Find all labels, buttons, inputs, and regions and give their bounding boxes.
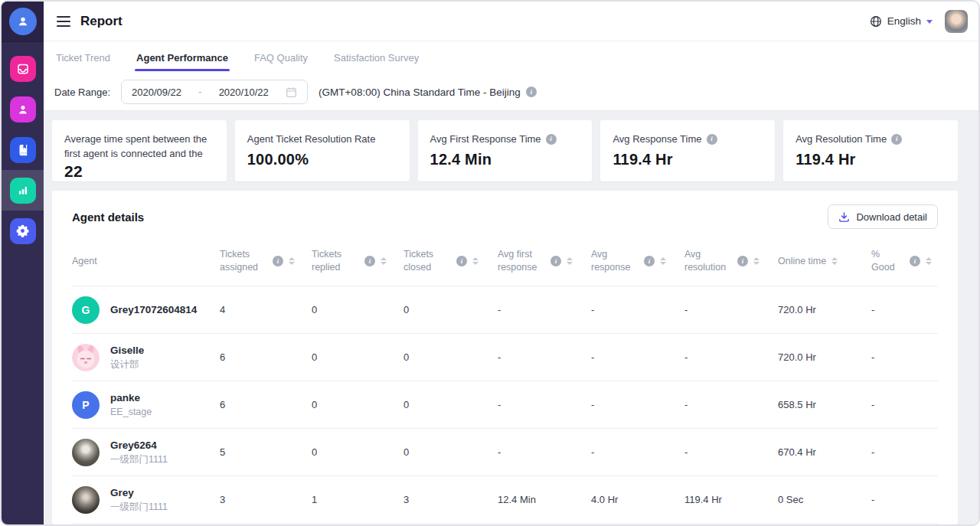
table-cell: 119.4 Hr [684, 476, 778, 524]
sort-icon[interactable] [289, 257, 295, 265]
agent-name: panke [110, 391, 152, 404]
table-cell: 4 [220, 286, 312, 334]
sidebar-item-knowledge[interactable] [2, 129, 44, 170]
table-cell: 6 [220, 334, 312, 381]
table-cell: 670.4 Hr [778, 429, 871, 476]
table-cell: 0 [312, 429, 403, 476]
sort-icon[interactable] [472, 257, 479, 265]
agent-table-body: GGrey17072604814400---720.0 Hr-Giselle设计… [72, 286, 938, 525]
chevron-down-icon [926, 20, 933, 24]
agent-department: EE_stage [110, 406, 152, 418]
sidebar-item-reports[interactable] [2, 170, 44, 211]
timezone-label: (GMT+08:00) China Standard Time - Beijin… [318, 87, 537, 98]
table-cell: - [684, 429, 778, 476]
user-avatar[interactable] [945, 10, 968, 33]
info-icon[interactable]: i [273, 256, 283, 266]
tab-satisfaction-survey[interactable]: Satisfaction Survey [332, 41, 420, 74]
sidebar [2, 2, 44, 524]
stat-card-value: 100.00% [247, 151, 397, 168]
sort-icon[interactable] [753, 257, 760, 265]
language-label: English [887, 15, 921, 27]
topbar: Report English [44, 2, 978, 41]
info-icon[interactable]: i [737, 256, 748, 266]
agent-department: 设计部 [110, 358, 144, 371]
table-cell [498, 524, 591, 525]
menu-toggle-icon[interactable] [57, 13, 70, 30]
agent-name: Grey6264 [110, 439, 168, 452]
stat-card-label: Average time spent between the first age… [64, 132, 214, 161]
sort-icon[interactable] [660, 257, 666, 265]
date-separator: - [198, 87, 201, 97]
avatar: G [72, 296, 100, 324]
subheader: Ticket TrendAgent PerformanceFAQ Quality… [44, 41, 978, 111]
stat-card-3: Avg Response Timei119.4 Hr [600, 120, 775, 181]
info-icon[interactable]: i [546, 134, 557, 145]
column-label: Tickets assigned [220, 248, 267, 274]
info-icon[interactable]: i [550, 256, 561, 266]
agent-table-head: AgentTickets assignediTickets repliediTi… [72, 237, 938, 286]
stat-card-label-text: Avg First Response Time [430, 132, 541, 146]
sort-icon[interactable] [567, 257, 573, 265]
sidebar-items [2, 41, 44, 251]
info-icon[interactable]: i [910, 256, 920, 266]
agent-name: Giselle [110, 344, 144, 357]
sort-icon[interactable] [381, 257, 387, 265]
info-icon[interactable]: i [364, 256, 375, 266]
table-cell: 5 [220, 429, 312, 476]
column-header-agent: Agent [72, 237, 220, 286]
date-range-input[interactable]: 2020/09/22 - 2020/10/22 [121, 80, 308, 104]
table-cell: - [498, 381, 591, 429]
table-cell: 0 [312, 286, 403, 334]
info-icon[interactable]: i [456, 256, 467, 266]
table-cell: - [684, 381, 778, 429]
stat-card-label: Avg Response Timei [612, 132, 763, 146]
sidebar-item-tickets[interactable] [2, 48, 44, 89]
info-icon[interactable]: i [707, 134, 717, 145]
stat-card-4: Avg Resolution Timei119.4 Hr [783, 120, 958, 181]
info-icon[interactable]: i [891, 134, 902, 145]
sidebar-profile[interactable] [2, 2, 44, 41]
timezone-info-icon[interactable]: i [526, 87, 537, 97]
report-tabs: Ticket TrendAgent PerformanceFAQ Quality… [44, 41, 978, 74]
stat-card-value: 12.4 Min [430, 151, 580, 168]
agent-name-block: pankeEE_stage [110, 391, 152, 418]
column-label: Avg resolution [684, 248, 732, 274]
app-window: Report English Ticket TrendAgent Perform… [0, 0, 980, 526]
main-area: Report English Ticket TrendAgent Perform… [44, 2, 978, 524]
table-cell [591, 524, 684, 525]
date-range-label: Date Range: [54, 87, 110, 98]
download-detail-button[interactable]: Download detail [828, 204, 938, 229]
sort-icon[interactable] [926, 257, 932, 265]
tab-faq-quality[interactable]: FAQ Quality [253, 41, 309, 74]
tab-agent-performance[interactable]: Agent Performance [135, 41, 230, 74]
column-header-inner: Avg resolutioni [684, 248, 772, 274]
sort-icon[interactable] [831, 257, 838, 265]
table-cell: 0 [312, 381, 403, 429]
sidebar-item-customers[interactable] [2, 89, 44, 129]
table-cell: 6 [220, 381, 312, 429]
download-icon [838, 211, 850, 223]
column-label: Tickets closed [403, 248, 451, 274]
agent-name-block: Grey6264一级部门1111 [110, 439, 168, 466]
column-header-inner: % Goodi [871, 248, 932, 274]
column-header-tickets-replied: Tickets repliedi [312, 237, 403, 286]
panel-header: Agent details Download detail [72, 204, 938, 229]
stat-card-value: 119.4 Hr [795, 151, 946, 168]
language-selector[interactable]: English [870, 15, 933, 28]
table-cell: 720.0 Hr [778, 334, 871, 381]
agent-table: AgentTickets assignediTickets repliediTi… [72, 237, 938, 524]
table-cell: - [591, 334, 684, 381]
column-header-avg-first-response: Avg first responsei [498, 237, 591, 286]
column-header-inner: Online time [778, 255, 865, 268]
agent-details-panel: Agent details Download detail AgentTicke… [52, 191, 958, 524]
avatar [72, 439, 100, 466]
column-header-online-time: Online time [778, 237, 871, 286]
column-header-inner: Avg responsei [591, 248, 678, 274]
agent-info: Grey6264一级部门1111 [72, 439, 214, 466]
table-cell: 0 Sec [778, 476, 871, 524]
info-icon[interactable]: i [644, 256, 655, 266]
column-label: Avg response [591, 248, 639, 274]
column-header-avg-response: Avg responsei [591, 237, 684, 286]
tab-ticket-trend[interactable]: Ticket Trend [54, 41, 112, 74]
sidebar-item-settings[interactable] [2, 211, 44, 251]
